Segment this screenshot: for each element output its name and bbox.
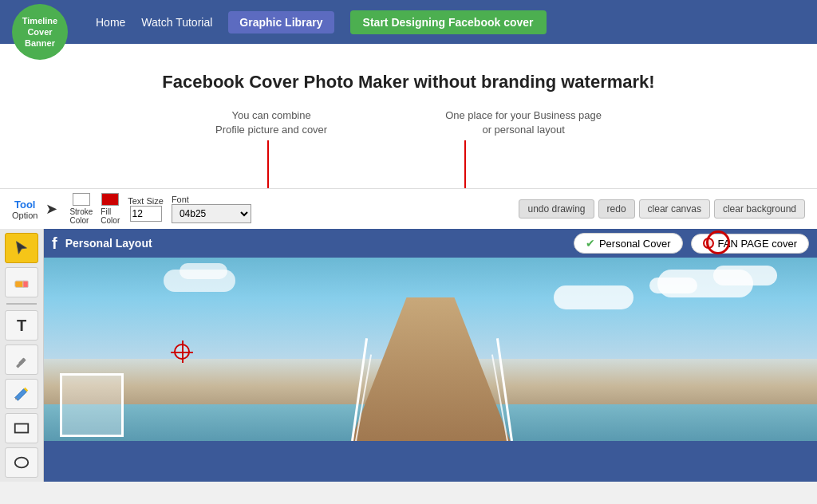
arrow-right-icon: ➤ [45,200,57,218]
clouds [538,266,777,329]
stroke-color-label: StrokeColor [69,207,93,225]
home-link[interactable]: Home [96,16,125,29]
text-size-label: Text Size [128,196,164,206]
cursor-tool-button[interactable] [5,233,38,263]
eraser-icon [13,274,30,291]
rectangle-tool-button[interactable] [5,413,38,443]
personal-cover-button[interactable]: ✔ Personal Cover [574,233,683,254]
undo-redo-group: undo drawing redo clear canvas clear bac… [519,199,805,219]
font-label: Font [172,195,251,204]
pencil-icon [13,385,30,403]
rectangle-icon [13,419,30,437]
watch-tutorial-link[interactable]: Watch Tutorial [141,16,212,29]
text-size-input[interactable] [130,206,162,222]
main-content: Facebook Cover Photo Maker without brand… [0,44,817,482]
cloud-3 [649,278,697,293]
text-icon: T [17,317,26,335]
fill-color-group: FillColor [101,193,120,225]
text-size-group: Text Size [128,196,164,222]
tool-options-bar: Tool Option ➤ StrokeColor FillColor Text… [0,188,817,229]
redo-button[interactable]: redo [598,199,635,219]
cloud-6 [180,263,227,279]
svg-rect-1 [23,281,28,287]
shape-tool-button[interactable] [5,345,38,375]
stroke-color-group: StrokeColor [69,193,93,225]
fill-color-label: FillColor [101,207,120,225]
facebook-icon: f [52,234,57,253]
personal-layout-label: Personal Layout [65,237,152,250]
canvas-area: T [0,229,817,482]
undo-drawing-button[interactable]: undo drawing [519,199,594,219]
font-select[interactable]: 04b25 [172,204,251,223]
fb-banner-header: f Personal Layout ✔ Personal Cover FAN P… [44,229,817,258]
ellipse-tool-button[interactable] [5,447,38,478]
start-designing-button[interactable]: Start Designing Facebook cover [350,10,547,34]
eraser-tool-button[interactable] [5,267,38,297]
cloud-2 [713,266,777,285]
graphic-library-button[interactable]: Graphic Library [228,11,334,33]
annotations-area: You can combine Profile picture and cove… [40,108,777,188]
pencil-tool-button[interactable] [5,379,38,409]
tool-option-label: Tool Option [12,199,37,220]
check-icon: ✔ [586,237,595,250]
clear-canvas-button[interactable]: clear canvas [639,199,710,219]
nav: Home Watch Tutorial Graphic Library Star… [96,10,547,34]
cover-type-buttons: ✔ Personal Cover FAN PAGE cover [574,233,809,254]
crosshair-indicator [174,344,190,360]
fill-color-swatch[interactable] [101,193,119,206]
stroke-color-swatch[interactable] [73,193,90,206]
logo-text: Timeline Cover Banner [22,15,57,49]
page-headline: Facebook Cover Photo Maker without brand… [0,72,817,93]
personal-cover-label: Personal Cover [599,238,671,250]
text-tool-button[interactable]: T [5,310,38,341]
hammer-icon [13,351,30,368]
header: Timeline Cover Banner Home Watch Tutoria… [0,0,817,44]
fan-page-label: FAN PAGE cover [718,238,797,250]
profile-picture-placeholder [60,373,124,437]
logo: Timeline Cover Banner [12,4,68,60]
annotation-left: You can combine Profile picture and cove… [215,108,327,137]
svg-rect-4 [15,424,29,433]
fan-page-radio [703,238,714,249]
cloud-4 [554,285,633,309]
cursor-icon [13,239,30,257]
toolbar-separator [6,303,37,305]
left-toolbar: T [0,229,44,482]
svg-point-5 [15,458,29,468]
clear-background-button[interactable]: clear background [714,199,805,219]
cover-image[interactable] [44,258,817,441]
fb-banner: f Personal Layout ✔ Personal Cover FAN P… [44,229,817,482]
font-group: Font 04b25 [172,195,251,223]
annotation-right: One place for your Business page or pers… [445,108,602,137]
ellipse-icon [13,454,30,471]
fan-page-cover-button[interactable]: FAN PAGE cover [691,234,809,254]
